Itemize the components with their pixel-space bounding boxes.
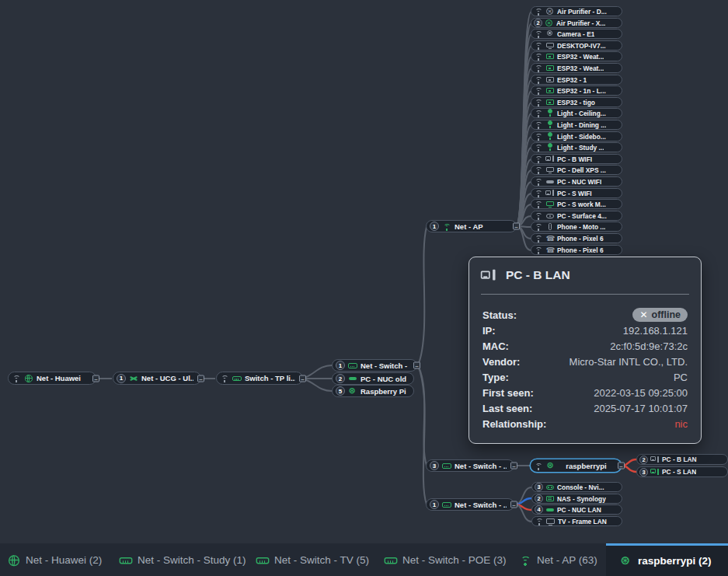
node-net-switch-tv[interactable]: 1 Net - Switch - ...: [426, 498, 514, 511]
node-label: PC - Dell XPS ...: [557, 166, 606, 174]
node-pc-nuc-old[interactable]: 2 PC - NUC old: [332, 372, 414, 385]
count-badge: 1: [336, 361, 345, 370]
tab-net-huawei[interactable]: Net - Huawei (2): [9, 543, 102, 576]
node-nas-synology[interactable]: 2 NAS - Synology: [531, 494, 622, 504]
pc-icon: [650, 468, 660, 477]
raspberry-icon: [546, 462, 556, 470]
node-label: Light - Ceiling...: [557, 110, 606, 117]
device-node[interactable]: ESP32 - 1n - L...: [531, 86, 622, 96]
count-badge: 2: [534, 19, 542, 27]
node-label: DESKTOP-IV7...: [557, 42, 606, 50]
device-node[interactable]: ESP32 - Weat...: [531, 51, 622, 61]
device-node[interactable]: ESP32 - 1: [531, 75, 622, 85]
device-node[interactable]: Light - Dining ...: [531, 120, 622, 130]
count-badge: 3: [430, 461, 439, 470]
node-net-huawei[interactable]: Net - Huawei: [8, 372, 96, 385]
detail-value: 2025-07-17 10:01:07: [594, 403, 688, 414]
tv-icon: [546, 517, 556, 525]
detail-row-relationship: Relationship: nic: [481, 416, 689, 431]
tab-raspberrypi-active[interactable]: raspberrypi (2): [606, 543, 728, 576]
gamepad-icon: [545, 483, 555, 491]
detail-label: Vendor:: [482, 356, 520, 368]
device-node[interactable]: PC - Surface 4...: [531, 211, 622, 221]
node-net-ap[interactable]: 1 Net - AP: [426, 220, 517, 232]
count-badge: 5: [336, 386, 345, 396]
collapse-toggle[interactable]: [413, 362, 420, 369]
tab-net-ap[interactable]: Net - AP (63): [521, 543, 597, 576]
device-node[interactable]: Camera - E1: [531, 29, 622, 39]
monitor-icon: [545, 200, 555, 208]
raspberry-icon: [620, 555, 633, 567]
wifi-icon: [534, 41, 543, 50]
device-node[interactable]: PC - S work M...: [531, 199, 622, 209]
node-label: ESP32 - tigo: [557, 99, 595, 106]
collapse-toggle[interactable]: [510, 463, 517, 470]
node-tv-frame-lan[interactable]: TV - Frame LAN: [531, 516, 622, 526]
node-net-switch-poe[interactable]: 3 Net - Switch - ...: [426, 459, 514, 472]
device-node[interactable]: 2Air Purifier - X...: [531, 18, 622, 28]
chip-icon: [545, 75, 555, 84]
collapse-toggle[interactable]: [197, 375, 204, 382]
device-node[interactable]: PC - B WIFI: [531, 154, 622, 164]
device-node[interactable]: Light - Study ...: [531, 142, 622, 152]
device-node[interactable]: ESP32 - Weat...: [531, 63, 622, 73]
node-pc-b-lan[interactable]: 2 PC - B LAN: [636, 454, 728, 465]
device-node[interactable]: Phone - Pixel 6: [531, 233, 622, 243]
node-pc-nuc-lan[interactable]: 4 PC - NUC LAN: [531, 504, 622, 515]
node-net-ucg[interactable]: 1 Net - UCG - Ul...: [113, 372, 201, 385]
wifi-icon: [534, 234, 543, 243]
node-pc-s-lan[interactable]: 3 PC - S LAN: [636, 466, 728, 477]
device-node[interactable]: Phone - Pixel 6: [531, 245, 622, 255]
node-switch-tp[interactable]: Switch - TP li...: [216, 372, 303, 385]
chip-icon: [545, 98, 555, 106]
tab-label: Net - Switch - POE (3): [402, 554, 507, 566]
collapse-toggle[interactable]: [299, 375, 306, 382]
tab-net-switch-poe[interactable]: Net - Switch - POE (3): [386, 543, 507, 576]
switch-icon: [442, 501, 451, 509]
node-raspberry-pi[interactable]: 5 Raspberry Pi ...: [332, 385, 414, 397]
device-node[interactable]: Phone - Moto ...: [531, 222, 622, 232]
collapse-toggle[interactable]: [618, 463, 625, 470]
node-raspberrypi-selected[interactable]: raspberrypi: [530, 459, 622, 473]
node-label: Net - Switch - ...: [455, 501, 507, 509]
collapse-toggle[interactable]: [510, 501, 517, 508]
node-label: PC - Surface 4...: [557, 212, 607, 220]
wifi-icon: [534, 143, 543, 152]
node-label: PC - B LAN: [662, 456, 697, 463]
node-label: Air Purifier - D...: [557, 8, 607, 16]
tab-net-switch-tv[interactable]: Net - Switch - TV (5): [258, 543, 369, 576]
device-node[interactable]: Air Purifier - D...: [531, 6, 622, 16]
count-badge: 3: [535, 483, 543, 491]
switch-icon: [256, 553, 270, 565]
node-label: Net - Switch - ...: [361, 361, 409, 370]
device-node[interactable]: Light - Sidebo...: [531, 131, 622, 141]
node-label: ESP32 - 1: [557, 76, 587, 84]
mini-pc-icon: [545, 177, 555, 186]
detail-value: 192.168.1.121: [623, 325, 688, 337]
pc-icon: [481, 268, 496, 283]
count-badge: 1: [117, 374, 126, 383]
detail-row-first-seen: First seen: 2022-03-15 09:25:00: [481, 385, 689, 400]
tab-net-switch-study[interactable]: Net - Switch - Study (1): [121, 543, 246, 576]
device-node[interactable]: ESP32 - tigo: [531, 97, 622, 107]
device-node[interactable]: DESKTOP-IV7...: [531, 40, 622, 51]
node-label: Console - Nvi...: [557, 483, 604, 491]
node-label: PC - S WIFI: [557, 190, 592, 197]
wifi-icon: [12, 374, 21, 382]
node-console[interactable]: 3 Console - Nvi...: [531, 482, 622, 492]
node-label: Raspberry Pi ...: [361, 387, 406, 396]
collapse-toggle[interactable]: [92, 375, 99, 382]
count-badge: 4: [535, 505, 543, 514]
node-label: NAS - Synology: [557, 495, 606, 503]
node-net-switch-study[interactable]: 1 Net - Switch - ...: [332, 359, 417, 372]
node-label: PC - NUC WIFI: [557, 178, 601, 186]
detail-value: nic: [674, 418, 688, 430]
collapse-toggle[interactable]: [513, 223, 520, 230]
device-node[interactable]: PC - Dell XPS ...: [531, 165, 622, 175]
device-node[interactable]: Light - Ceiling...: [531, 108, 622, 118]
detail-value: Micro-Star INTL CO., LTD.: [570, 356, 688, 368]
node-label: Air Purifier - X...: [556, 19, 605, 27]
device-node[interactable]: PC - NUC WIFI: [531, 176, 622, 187]
pc-icon: [650, 456, 660, 464]
device-node[interactable]: PC - S WIFI: [531, 188, 622, 198]
